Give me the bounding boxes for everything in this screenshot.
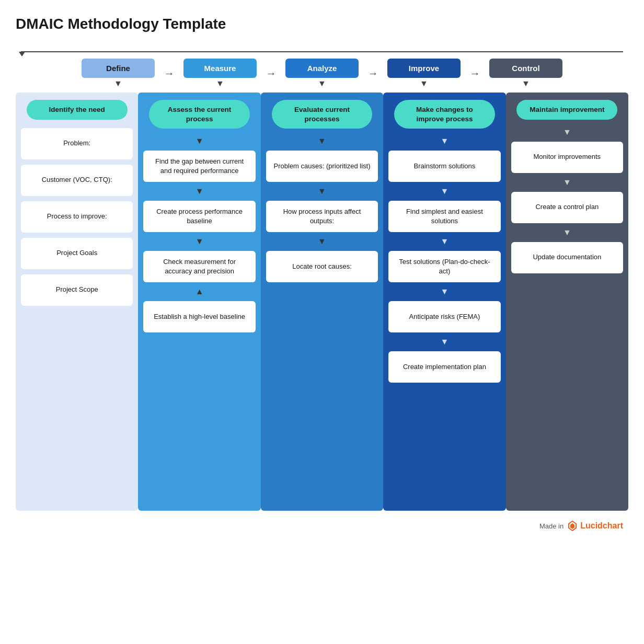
analyze-card-1: How process inputs affect outputs: — [266, 201, 378, 232]
improve-card-3: Anticipate risks (FEMA) — [388, 301, 500, 332]
improve-card-4: Create implementation plan — [388, 351, 500, 383]
measure-card-1: Create process performance baseline — [143, 201, 255, 232]
phase-box-improve: Improve — [387, 59, 461, 78]
improve-card-2: Test solutions (Plan-do-check-act) — [388, 251, 500, 282]
control-arrow-0: ▼ — [563, 128, 571, 136]
lucidchart-name: Lucidchart — [580, 521, 623, 531]
define-card-1: Customer (VOC, CTQ): — [21, 165, 133, 196]
phase-box-measure: Measure — [183, 59, 257, 78]
improve-header: Make changes to improve process — [394, 100, 495, 129]
lucidchart-icon — [567, 520, 578, 532]
measure-arrow-1: ▼ — [196, 187, 204, 196]
analyze-card-0: Problem causes: (prioritized list) — [266, 151, 378, 182]
analyze-card-2: Locate root causes: — [266, 251, 378, 282]
improve-card-0: Brainstorm solutions — [388, 151, 500, 182]
phase-down-arrow-measure: ▼ — [216, 79, 224, 88]
define-header: Identify the need — [27, 100, 128, 120]
measure-header: Assess the current process — [149, 100, 250, 129]
analyze-arrow-2: ▼ — [318, 237, 326, 246]
phase-down-arrow-analyze: ▼ — [318, 79, 326, 88]
control-card-1: Create a control plan — [511, 192, 623, 223]
control-card-2: Update documentation — [511, 242, 623, 273]
analyze-arrow-0: ▼ — [318, 137, 326, 145]
measure-up-arrow: ▲ — [196, 288, 204, 296]
column-measure: Assess the current process ▼ Find the ga… — [138, 93, 260, 511]
phase-define: Define ▼ — [70, 59, 167, 88]
page-title: DMAIC Methodology Template — [16, 16, 628, 32]
phase-control: Control ▼ — [478, 59, 574, 88]
made-in-label: Made in — [539, 522, 564, 530]
phase-box-analyze: Analyze — [285, 59, 359, 78]
improve-arrow-1: ▼ — [441, 187, 449, 196]
define-card-4: Project Scope — [21, 274, 133, 306]
improve-arrow-4: ▼ — [441, 338, 449, 346]
column-improve: Make changes to improve process ▼ Brains… — [383, 93, 505, 511]
phase-improve: Improve ▼ — [376, 59, 473, 88]
measure-arrow-0: ▼ — [196, 137, 204, 145]
analyze-arrow-1: ▼ — [318, 187, 326, 196]
column-control: Maintain improvement ▼ Monitor improveme… — [506, 93, 628, 511]
control-arrow-1: ▼ — [563, 178, 571, 187]
phase-down-arrow-control: ▼ — [522, 79, 530, 88]
down-arrow-left — [19, 52, 25, 56]
improve-arrow-0: ▼ — [441, 137, 449, 145]
define-card-0: Problem: — [21, 128, 133, 159]
column-analyze: Evaluate current processes ▼ Problem cau… — [261, 93, 383, 511]
phase-down-arrow-improve: ▼ — [420, 79, 428, 88]
phases-row: Define ▼ → Measure ▼ → Analyze ▼ → Impro… — [16, 59, 628, 88]
main-content: Identify the need Problem: Customer (VOC… — [16, 93, 628, 511]
control-header: Maintain improvement — [516, 100, 617, 120]
footer: Made in Lucidchart — [16, 520, 628, 532]
phase-box-define: Define — [82, 59, 155, 78]
measure-card-2: Check measurement for accuracy and preci… — [143, 251, 255, 282]
control-card-0: Monitor improvements — [511, 142, 623, 173]
phase-box-control: Control — [489, 59, 562, 78]
define-card-2: Process to improve: — [21, 201, 133, 233]
control-arrow-2: ▼ — [563, 228, 571, 237]
improve-arrow-3: ▼ — [441, 288, 449, 296]
improve-card-1: Find simplest and easiest solutions — [388, 201, 500, 232]
measure-arrow-2: ▼ — [196, 237, 204, 246]
phase-down-arrow-define: ▼ — [114, 79, 122, 88]
improve-arrow-2: ▼ — [441, 237, 449, 246]
phase-analyze: Analyze ▼ — [274, 59, 371, 88]
define-card-3: Project Goals — [21, 238, 133, 269]
column-define: Identify the need Problem: Customer (VOC… — [16, 93, 138, 511]
analyze-header: Evaluate current processes — [272, 100, 373, 129]
measure-card-0: Find the gap between current and require… — [143, 151, 255, 182]
top-arrow-bar — [21, 48, 623, 56]
lucidchart-logo: Lucidchart — [567, 520, 623, 532]
measure-card-3: Establish a high-level baseline — [143, 301, 255, 332]
phase-measure: Measure ▼ — [172, 59, 269, 88]
